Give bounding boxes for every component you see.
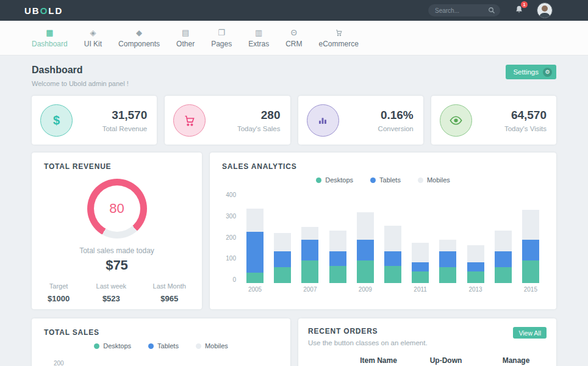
bar-segment-mobiles <box>467 245 484 262</box>
document-icon: ▤ <box>182 28 189 37</box>
legend-item-tablets: Tablets <box>148 342 179 350</box>
orders-table-header: Item NameUp-DownManage <box>308 356 547 366</box>
bar-2006 <box>274 192 291 283</box>
legend-dot <box>196 343 201 349</box>
menu-bar: ▦Dashboard◈UI Kit◆Components▤Other❐Pages… <box>0 21 588 56</box>
bar-segment-desktops <box>522 260 539 284</box>
menu-item-other[interactable]: ▤Other <box>176 28 195 48</box>
bar-2007 <box>301 192 318 283</box>
legend-item-mobiles: Mobiles <box>418 176 450 184</box>
revenue-metric: Last Month$965 <box>153 282 186 303</box>
legend-item-desktops: Desktops <box>316 176 353 184</box>
bar-2005 <box>246 192 264 283</box>
metric-label: Last week <box>96 282 127 290</box>
bar-2013 <box>467 192 484 283</box>
bar-segment-desktops <box>495 267 512 283</box>
menu-item-label: Extras <box>248 40 269 48</box>
menu-item-label: Pages <box>211 40 232 48</box>
app-logo[interactable]: UBOLD <box>24 5 63 16</box>
gear-icon: ⚙ <box>543 68 552 77</box>
stat-value: 31,570 <box>102 109 148 122</box>
x-tick <box>274 286 291 293</box>
bar-2010 <box>384 192 401 283</box>
bar-segment-desktops <box>357 260 374 284</box>
user-avatar[interactable] <box>537 2 553 18</box>
search-icon[interactable] <box>488 7 495 14</box>
notifications-button[interactable]: 1 <box>515 5 523 16</box>
stat-value: 64,570 <box>504 109 547 122</box>
menu-item-extras[interactable]: ▥Extras <box>248 28 269 48</box>
legend-label: Mobiles <box>427 176 450 184</box>
total-sales-legend: DesktopsTabletsMobiles <box>44 342 278 350</box>
revenue-metrics: Target$1000Last week$523Last Month$965 <box>44 282 190 303</box>
diamond-icon: ◆ <box>136 28 142 37</box>
bar-segment-desktops <box>412 271 429 283</box>
x-tick: 2007 <box>301 286 318 293</box>
bar-segment-tablets <box>357 240 374 260</box>
bar-chart-icon <box>307 104 339 137</box>
bar-segment-tablets <box>412 262 429 271</box>
bar-segment-mobiles <box>357 212 374 240</box>
menu-item-components[interactable]: ◆Components <box>118 28 160 48</box>
sales-analytics-legend: DesktopsTabletsMobiles <box>222 176 544 184</box>
stat-card-total-revenue: $ 31,570 Total Revenue <box>32 96 157 145</box>
sales-analytics-plot <box>242 192 544 283</box>
search-input[interactable] <box>435 7 488 14</box>
bar-segment-tablets <box>384 251 401 266</box>
bar-segment-mobiles <box>301 227 318 240</box>
x-tick <box>384 286 401 293</box>
bar-segment-tablets <box>522 240 539 260</box>
page-icon: ❐ <box>218 28 225 37</box>
bar-segment-desktops <box>246 273 264 283</box>
logo-text: UB <box>24 5 40 16</box>
view-all-button[interactable]: View All <box>513 327 547 339</box>
dollar-icon: $ <box>40 104 73 137</box>
bar-segment-desktops <box>329 266 346 283</box>
legend-label: Desktops <box>325 176 353 184</box>
bar-segment-desktops <box>439 267 456 283</box>
orders-col-header <box>308 356 351 365</box>
bar-segment-mobiles <box>439 240 456 251</box>
legend-item-mobiles: Mobiles <box>196 342 228 350</box>
menu-item-dashboard[interactable]: ▦Dashboard <box>32 28 68 48</box>
menu-item-label: Dashboard <box>32 40 68 48</box>
stat-label: Today's Sales <box>237 125 281 132</box>
settings-button[interactable]: Settings ⚙ <box>506 65 556 79</box>
bar-segment-mobiles <box>384 226 401 251</box>
bar-2015 <box>522 192 539 283</box>
diamond-gem-icon: ◈ <box>90 28 96 37</box>
bar-2012 <box>439 192 456 283</box>
page-subtitle: Welcome to Ubold admin panel ! <box>32 80 129 87</box>
revenue-amount: $75 <box>44 257 190 273</box>
stat-card-todays-sales: 280 Today's Sales <box>165 96 290 145</box>
menu-item-label: CRM <box>285 40 302 48</box>
revenue-caption: Total sales made today <box>44 246 190 255</box>
orders-col-header: Manage <box>486 356 547 365</box>
bar-segment-mobiles <box>412 243 429 262</box>
legend-dot <box>148 343 154 349</box>
bar-segment-tablets <box>301 240 318 260</box>
legend-dot <box>316 178 321 183</box>
search-box[interactable] <box>428 4 500 16</box>
metric-value: $523 <box>96 294 127 303</box>
x-axis: 200520072009201120132015 <box>242 283 544 293</box>
notification-badge: 1 <box>521 1 528 8</box>
menu-item-crm[interactable]: ΘCRM <box>285 28 302 48</box>
stat-value: 0.16% <box>378 109 414 122</box>
legend-dot <box>94 343 99 349</box>
bar-2011 <box>412 192 429 283</box>
x-tick <box>495 286 512 293</box>
menu-item-pages[interactable]: ❐Pages <box>211 28 232 48</box>
menu-item-ui-kit[interactable]: ◈UI Kit <box>84 28 102 48</box>
bar-segment-desktops <box>467 271 484 283</box>
revenue-metric: Last week$523 <box>96 282 127 303</box>
bar-segment-tablets <box>329 251 346 266</box>
legend-item-desktops: Desktops <box>94 342 131 350</box>
legend-label: Mobiles <box>205 342 228 350</box>
x-tick: 2009 <box>357 286 374 293</box>
total-sales-card: TOTAL SALES DesktopsTabletsMobiles 200 <box>32 318 290 366</box>
menu-item-ecommerce[interactable]: eCommerce <box>319 28 359 48</box>
bar-segment-tablets <box>274 251 291 267</box>
logo-text-suffix: LD <box>48 5 63 16</box>
bar-segment-mobiles <box>329 231 346 251</box>
